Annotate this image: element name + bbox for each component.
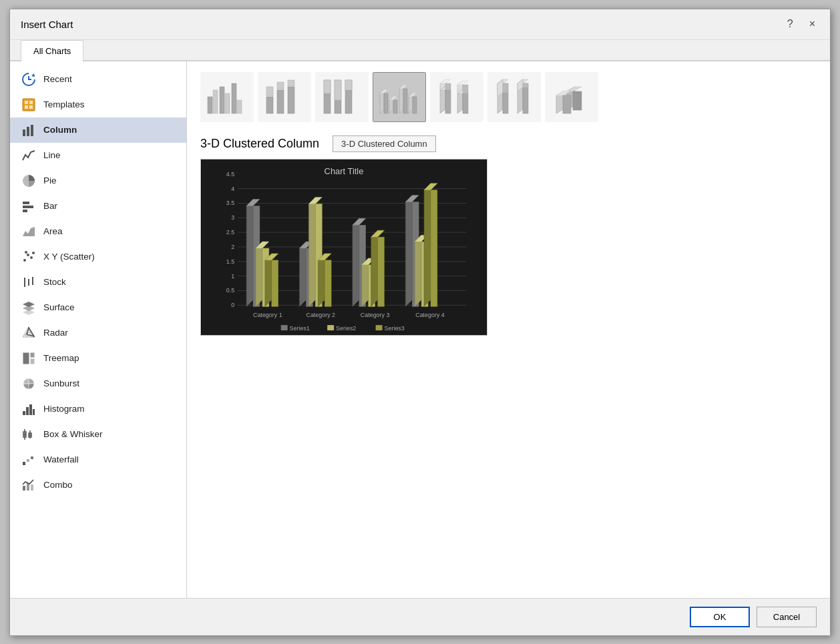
svg-rect-69 xyxy=(335,80,341,100)
sidebar-item-pie[interactable]: Pie xyxy=(10,168,186,194)
sidebar: Recent Templates xyxy=(10,61,187,598)
svg-marker-76 xyxy=(389,96,397,100)
svg-rect-67 xyxy=(324,80,331,93)
sidebar-item-treemap[interactable]: Treemap xyxy=(10,346,186,371)
svg-text:2.5: 2.5 xyxy=(226,229,234,236)
scatter-label: X Y (Scatter) xyxy=(43,252,95,262)
svg-rect-159 xyxy=(378,237,385,306)
svg-text:2: 2 xyxy=(231,243,234,250)
cancel-button[interactable]: Cancel xyxy=(757,607,817,627)
waterfall-label: Waterfall xyxy=(43,454,79,464)
svg-rect-108 xyxy=(573,91,582,110)
svg-rect-56 xyxy=(220,87,224,113)
sidebar-item-surface[interactable]: Surface xyxy=(10,295,186,320)
svg-rect-34 xyxy=(23,352,29,364)
sidebar-item-sunburst[interactable]: Sunburst xyxy=(10,371,186,396)
insert-chart-dialog: Insert Chart ? × All Charts Recent xyxy=(9,9,831,636)
svg-rect-35 xyxy=(30,352,35,358)
svg-text:4.5: 4.5 xyxy=(226,170,234,177)
svg-rect-4 xyxy=(29,105,33,109)
svg-rect-50 xyxy=(31,456,33,459)
svg-rect-41 xyxy=(33,409,35,415)
templates-icon xyxy=(21,97,37,113)
sidebar-item-boxwhisker[interactable]: Box & Whisker xyxy=(10,422,186,447)
svg-point-14 xyxy=(27,254,29,256)
svg-marker-94 xyxy=(457,81,468,85)
svg-rect-6 xyxy=(27,127,29,136)
svg-rect-105 xyxy=(523,83,528,87)
svg-text:Series2: Series2 xyxy=(336,325,356,332)
svg-marker-160 xyxy=(405,195,412,306)
surface-label: Surface xyxy=(43,302,75,312)
line-icon xyxy=(21,147,37,164)
sidebar-item-column[interactable]: Column xyxy=(10,117,186,143)
sidebar-item-radar[interactable]: Radar xyxy=(10,320,186,346)
sidebar-item-recent[interactable]: Recent xyxy=(10,67,186,92)
sunburst-label: Sunburst xyxy=(43,378,79,388)
treemap-icon xyxy=(21,350,37,366)
svg-rect-9 xyxy=(23,202,29,204)
svg-rect-7 xyxy=(31,125,33,136)
svg-rect-39 xyxy=(26,407,29,415)
chart-icon-3d-100pct[interactable] xyxy=(487,72,541,122)
svg-marker-79 xyxy=(399,85,407,89)
svg-text:Chart Title: Chart Title xyxy=(325,166,364,176)
svg-rect-55 xyxy=(213,90,218,113)
sidebar-item-waterfall[interactable]: Waterfall xyxy=(10,447,186,472)
sidebar-item-templates[interactable]: Templates xyxy=(10,92,186,117)
svg-rect-74 xyxy=(384,93,388,113)
svg-marker-78 xyxy=(399,85,403,113)
svg-marker-139 xyxy=(265,253,272,306)
help-button[interactable]: ? xyxy=(783,17,797,31)
chart-icon-stacked-col[interactable] xyxy=(258,72,311,122)
close-button[interactable]: × xyxy=(805,17,819,31)
svg-marker-136 xyxy=(256,242,262,306)
svg-rect-168 xyxy=(431,190,437,306)
svg-text:Series1: Series1 xyxy=(290,325,310,332)
sidebar-item-area[interactable]: Area xyxy=(10,219,186,244)
svg-rect-177 xyxy=(376,325,383,330)
button-bar: OK Cancel xyxy=(10,598,830,635)
sidebar-item-combo[interactable]: Combo xyxy=(10,472,186,498)
svg-rect-36 xyxy=(30,358,35,364)
svg-text:Category 2: Category 2 xyxy=(306,312,335,318)
area-icon xyxy=(21,224,37,240)
chart-type-label: 3-D Clustered Column xyxy=(341,139,427,149)
svg-rect-53 xyxy=(31,485,33,491)
ok-button[interactable]: OK xyxy=(690,607,750,627)
svg-text:3: 3 xyxy=(231,214,234,221)
sidebar-item-histogram[interactable]: Histogram xyxy=(10,396,186,422)
svg-text:1: 1 xyxy=(231,272,234,279)
sidebar-item-scatter[interactable]: X Y (Scatter) xyxy=(10,244,186,270)
svg-marker-133 xyxy=(246,199,253,306)
svg-point-17 xyxy=(25,251,27,254)
svg-rect-95 xyxy=(463,85,468,93)
svg-marker-151 xyxy=(353,218,359,306)
column-label: Column xyxy=(43,125,77,135)
chart-icon-3d-col[interactable] xyxy=(545,72,598,122)
surface-icon xyxy=(21,300,37,316)
svg-marker-145 xyxy=(308,197,315,306)
recent-label: Recent xyxy=(43,74,72,84)
sidebar-item-bar[interactable]: Bar xyxy=(10,194,186,219)
chart-icon-3d-clustered[interactable] xyxy=(373,72,426,122)
chart-icon-clustered-col[interactable] xyxy=(200,72,254,122)
chart-icon-3d-stacked[interactable] xyxy=(430,72,483,122)
sidebar-item-line[interactable]: Line xyxy=(10,143,186,168)
svg-rect-57 xyxy=(225,93,230,113)
boxwhisker-icon xyxy=(21,426,37,442)
title-bar: Insert Chart ? × xyxy=(10,9,830,40)
svg-marker-12 xyxy=(23,227,35,236)
svg-rect-59 xyxy=(237,100,242,113)
tab-all-charts[interactable]: All Charts xyxy=(21,40,83,61)
svg-rect-150 xyxy=(325,260,331,306)
chart-type-label-box: 3-D Clustered Column xyxy=(333,135,436,152)
recent-icon xyxy=(21,71,37,87)
svg-text:Category 1: Category 1 xyxy=(253,312,282,318)
svg-marker-142 xyxy=(300,242,306,306)
chart-icon-100pct-stacked[interactable] xyxy=(315,72,369,122)
bar-label: Bar xyxy=(43,201,57,211)
svg-marker-166 xyxy=(424,183,431,306)
radar-icon xyxy=(21,325,37,341)
sidebar-item-stock[interactable]: Stock xyxy=(10,270,186,295)
